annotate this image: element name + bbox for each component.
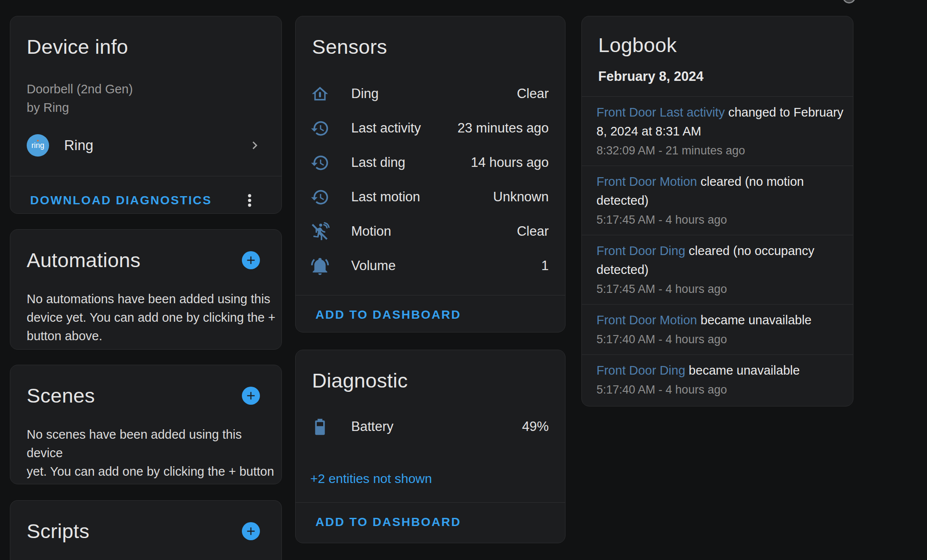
- device-info-card: Device info Doorbell (2nd Gen) by Ring r…: [10, 16, 282, 214]
- logbook-entity-link[interactable]: Front Door Ding: [596, 244, 685, 258]
- logbook-timestamp: 5:17:40 AM - 4 hours ago: [596, 382, 848, 397]
- left-column: Device info Doorbell (2nd Gen) by Ring r…: [10, 0, 282, 560]
- device-model-text: Doorbell (2nd Gen) by Ring: [27, 80, 265, 117]
- logbook-entry: Front Door Motion cleared (no motion det…: [582, 166, 853, 235]
- integration-row-ring[interactable]: ring Ring: [27, 134, 263, 157]
- sensor-row-last-motion[interactable]: Last motion Unknown: [296, 180, 565, 214]
- device-info-actions: DOWNLOAD DIAGNOSTICS: [10, 176, 281, 214]
- logbook-message: Front Door Motion cleared (no motion det…: [596, 172, 848, 210]
- integration-name: Ring: [64, 137, 93, 154]
- sensor-value: Clear: [517, 224, 549, 239]
- diagnostic-card: Diagnostic Battery 49% +2 entities not s…: [295, 350, 565, 543]
- scripts-title: Scripts: [27, 519, 90, 544]
- sensor-row-volume[interactable]: Volume 1: [296, 249, 565, 283]
- add-automation-button[interactable]: [242, 251, 260, 269]
- motion-sensor-off-icon: [310, 222, 330, 241]
- diagnostic-footer: ADD TO DASHBOARD: [296, 503, 565, 542]
- logbook-card: Logbook February 8, 2024 Front Door Last…: [581, 16, 853, 406]
- diagnostic-title: Diagnostic: [312, 368, 408, 393]
- sensors-card: Sensors Ding Clear Last activity 23 minu…: [295, 16, 565, 332]
- plus-icon: [244, 254, 257, 267]
- device-info-title: Device info: [27, 34, 128, 59]
- add-script-button[interactable]: [242, 522, 260, 540]
- scenes-header: Scenes: [10, 365, 281, 408]
- logbook-message: Front Door Ding became unavailable: [596, 361, 848, 380]
- scripts-header: Scripts: [10, 501, 281, 544]
- logbook-entity-link[interactable]: Front Door Ding: [596, 363, 685, 377]
- sensor-row-last-ding[interactable]: Last ding 14 hours ago: [296, 145, 565, 180]
- sensor-label: Last motion: [351, 189, 420, 205]
- plus-icon: [244, 525, 257, 538]
- logbook-message: Front Door Ding cleared (no occupancy de…: [596, 241, 848, 279]
- chevron-right-icon: [247, 138, 263, 153]
- add-scene-button[interactable]: [242, 387, 260, 405]
- ring-avatar-label: ring: [31, 141, 44, 150]
- right-column: Logbook February 8, 2024 Front Door Last…: [581, 0, 853, 406]
- sensor-label: Ding: [351, 86, 379, 102]
- sensor-value: 23 minutes ago: [457, 120, 549, 136]
- sensor-value: 49%: [522, 419, 549, 434]
- plus-icon: [244, 389, 257, 402]
- scenes-card: Scenes No scenes have been added using t…: [10, 365, 282, 484]
- add-to-dashboard-button[interactable]: ADD TO DASHBOARD: [315, 308, 461, 322]
- logbook-entry: Front Door Ding became unavailable 5:17:…: [582, 354, 853, 405]
- history-icon: [310, 188, 330, 207]
- ring-logo-dot: [37, 140, 39, 142]
- logbook-timestamp: 5:17:45 AM - 4 hours ago: [596, 282, 848, 296]
- automations-empty-text: No automations have been added using thi…: [27, 290, 275, 345]
- automations-header: Automations: [10, 230, 281, 273]
- kebab-menu-icon[interactable]: [240, 188, 259, 213]
- automations-title: Automations: [27, 248, 141, 273]
- scenes-empty-text: No scenes have been added using this dev…: [27, 425, 275, 484]
- middle-column: Sensors Ding Clear Last activity 23 minu…: [295, 0, 565, 543]
- sensor-row-battery[interactable]: Battery 49%: [296, 409, 565, 444]
- ring-avatar: ring: [27, 134, 49, 157]
- sensor-label: Battery: [351, 419, 393, 434]
- logbook-entry: Front Door Ding cleared (no occupancy de…: [582, 235, 853, 304]
- sensors-list: Ding Clear Last activity 23 minutes ago …: [296, 77, 565, 283]
- sensor-value: Unknown: [493, 189, 549, 205]
- sensor-value: 1: [541, 258, 549, 274]
- logbook-message-text: became unavailable: [685, 363, 800, 377]
- device-info-header: Device info: [10, 16, 281, 59]
- logbook-entity-link[interactable]: Front Door Last activity: [596, 105, 725, 119]
- sensor-label: Last ding: [351, 155, 405, 170]
- logbook-entry: Front Door Motion became unavailable 5:1…: [582, 304, 853, 354]
- logbook-entries: Front Door Last activity changed to Febr…: [582, 97, 853, 405]
- logbook-date-header: February 8, 2024: [598, 69, 837, 84]
- history-icon: [310, 119, 330, 138]
- sensors-header: Sensors: [296, 16, 565, 59]
- sensor-label: Motion: [351, 224, 391, 239]
- logbook-title: Logbook: [598, 33, 677, 58]
- scripts-card: Scripts: [10, 500, 282, 560]
- logbook-entity-link[interactable]: Front Door Motion: [596, 175, 697, 188]
- logbook-timestamp: 5:17:45 AM - 4 hours ago: [596, 212, 848, 227]
- automations-card: Automations No automations have been add…: [10, 229, 282, 350]
- logbook-timestamp: 8:32:09 AM - 21 minutes ago: [596, 143, 848, 158]
- download-diagnostics-button[interactable]: DOWNLOAD DIAGNOSTICS: [30, 194, 212, 207]
- logbook-entry: Front Door Last activity changed to Febr…: [582, 97, 853, 166]
- add-to-dashboard-button[interactable]: ADD TO DASHBOARD: [315, 515, 461, 529]
- logbook-header: Logbook: [582, 16, 853, 58]
- battery-50-icon: [310, 417, 330, 437]
- history-icon: [310, 153, 330, 172]
- logbook-entity-link[interactable]: Front Door Motion: [596, 313, 697, 327]
- logbook-message-text: became unavailable: [697, 313, 812, 327]
- sensors-footer: ADD TO DASHBOARD: [296, 295, 565, 332]
- diagnostic-list: Battery 49%: [296, 409, 565, 444]
- sensor-label: Last activity: [351, 120, 421, 136]
- scenes-title: Scenes: [27, 383, 95, 408]
- sensor-value: Clear: [517, 86, 549, 102]
- doorbell-icon: [310, 84, 330, 104]
- sensor-label: Volume: [351, 258, 396, 274]
- logbook-message: Front Door Last activity changed to Febr…: [596, 103, 848, 141]
- sensor-row-last-activity[interactable]: Last activity 23 minutes ago: [296, 111, 565, 145]
- sensors-title: Sensors: [312, 34, 387, 59]
- logbook-message: Front Door Motion became unavailable: [596, 311, 848, 329]
- bell-ring-icon: [310, 256, 330, 276]
- sensor-value: 14 hours ago: [471, 155, 549, 170]
- entities-not-shown-link[interactable]: +2 entities not shown: [310, 471, 549, 486]
- sensor-row-ding[interactable]: Ding Clear: [296, 77, 565, 111]
- diagnostic-header: Diagnostic: [296, 350, 565, 393]
- sensor-row-motion[interactable]: Motion Clear: [296, 214, 565, 249]
